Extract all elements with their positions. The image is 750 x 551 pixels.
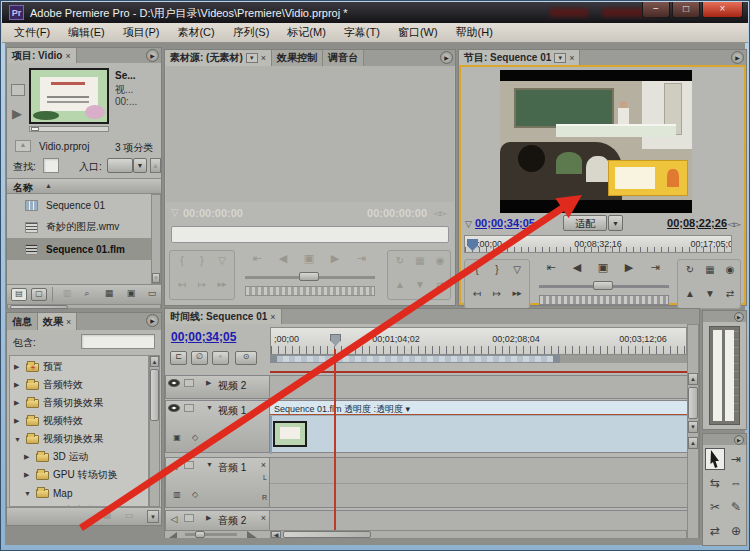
tab-effects[interactable]: 效果 × — [38, 313, 77, 330]
new-bin-icon[interactable]: ▦ — [101, 288, 117, 298]
export-frame-icon[interactable]: ⇄ — [720, 288, 740, 299]
play-in-out-icon[interactable]: ▸▸ — [507, 288, 527, 298]
preview-scrub-handle[interactable] — [31, 127, 39, 131]
step-forward-icon[interactable]: ▶ — [323, 252, 347, 265]
set-display-style-icon[interactable]: ▥ — [170, 490, 184, 499]
work-area-start-handle[interactable] — [270, 355, 277, 363]
entry-dropdown-icon[interactable]: ▼ — [133, 158, 147, 173]
set-out-icon[interactable]: } — [487, 264, 507, 275]
timeline-vscrollbar[interactable]: ▲ ▼ ▲ — [687, 324, 699, 539]
keyframe-icon[interactable]: ◇ — [188, 433, 202, 442]
output-icon[interactable]: ◉ — [720, 264, 740, 275]
track-select-tool[interactable]: ⇥ — [726, 448, 746, 470]
menu-clip[interactable]: 素材(C) — [168, 23, 223, 42]
scroll-left-icon[interactable]: ◀ — [271, 531, 281, 538]
tree-row-presets[interactable]: ▶ ✳ 预置 — [10, 358, 136, 376]
speaker-icon[interactable]: ◁ — [168, 461, 180, 471]
panel-menu-icon[interactable]: ▶ — [734, 312, 744, 322]
dropdown-icon[interactable]: ▼ — [554, 53, 566, 63]
play-icon[interactable]: ▣ — [297, 252, 321, 265]
scroll-down-icon[interactable]: ▼ — [147, 510, 159, 523]
menu-edit[interactable]: 编辑(E) — [59, 23, 114, 42]
scroll-up-icon[interactable]: ▲ — [688, 437, 698, 449]
delete-custom-item-icon[interactable]: ▭ — [121, 510, 137, 520]
lift-icon[interactable]: ▲ — [680, 288, 700, 299]
toggle-icon[interactable]: ⇄ — [430, 279, 450, 290]
name-column-header[interactable]: 名称 ▲ — [7, 178, 161, 194]
close-icon[interactable]: × — [65, 51, 70, 61]
track-content-audio1[interactable] — [270, 457, 687, 508]
expand-icon[interactable]: ▶ — [206, 514, 214, 522]
zoom-slider-handle[interactable] — [195, 531, 205, 538]
find-icon[interactable]: ⌕ — [79, 288, 95, 299]
track-output-eye-icon[interactable] — [168, 404, 180, 412]
selection-tool[interactable] — [705, 448, 725, 470]
pen-tool[interactable]: ✎ — [726, 496, 746, 518]
loop-icon[interactable]: ↻ — [390, 255, 410, 266]
source-scrub-bar[interactable] — [171, 226, 449, 243]
tree-row-3d-motion[interactable]: ▶ 3D 运动 — [10, 448, 136, 466]
maximize-button[interactable]: □ — [672, 2, 700, 18]
new-custom-bin-icon[interactable]: ▦ — [99, 510, 115, 520]
set-in-icon[interactable]: { — [172, 255, 192, 266]
step-back-icon[interactable]: ◀ — [271, 252, 295, 265]
list-view-icon[interactable]: ▤ — [11, 288, 27, 301]
expand-icon[interactable]: ▶ — [24, 471, 32, 479]
timeline-playhead-icon[interactable] — [330, 334, 341, 346]
close-icon[interactable]: × — [270, 312, 275, 322]
go-to-out-icon[interactable]: ⇥ — [349, 252, 373, 265]
tree-row-audio-effects[interactable]: ▶ 音频特效 — [10, 376, 136, 394]
track-content-audio2[interactable] — [270, 510, 687, 531]
tab-source[interactable]: 素材源: (无素材) ▼ × — [165, 50, 272, 66]
preview-scrub-bar[interactable] — [29, 126, 109, 132]
project-list-scrollbar[interactable]: ▼ — [151, 194, 161, 284]
jog-wheel[interactable] — [539, 295, 669, 305]
panel-menu-icon[interactable]: ▶ — [731, 51, 744, 64]
new-item-icon[interactable]: ▣ — [123, 288, 139, 298]
tab-audio-mixer[interactable]: 调音台 — [323, 50, 364, 66]
dropdown-icon[interactable]: ▼ — [246, 53, 258, 63]
extract-icon[interactable]: ▼ — [700, 288, 720, 299]
close-icon[interactable]: × — [569, 53, 574, 63]
expand-icon[interactable]: ▶ — [24, 453, 32, 461]
track-lock-box[interactable] — [184, 514, 194, 522]
track-lock-box[interactable] — [184, 379, 194, 387]
timeline-hscrollbar[interactable]: ◀ — [270, 530, 687, 539]
close-icon[interactable]: × — [261, 460, 266, 470]
menu-help[interactable]: 帮助(H) — [447, 23, 502, 42]
go-to-out-icon[interactable]: ↦ — [192, 279, 212, 290]
set-out-icon[interactable]: } — [192, 255, 212, 266]
step-back-icon[interactable]: ◀ — [565, 261, 589, 274]
tree-row-gpu-transitions[interactable]: ▶ GPU 转场切换 — [10, 466, 136, 484]
effects-scrollbar[interactable]: ▲ — [149, 355, 160, 507]
fit-dropdown-icon[interactable]: ▼ — [608, 215, 623, 231]
set-marker-icon[interactable]: ◦ — [212, 351, 229, 365]
list-item-selected[interactable]: Sequence 01.flm — [7, 238, 151, 260]
menu-window[interactable]: 窗口(W) — [389, 23, 447, 42]
track-output-eye-icon[interactable] — [168, 379, 180, 387]
jog-wheel[interactable] — [245, 286, 375, 296]
zoom-in-icon[interactable] — [247, 531, 257, 538]
poster-frame-icon[interactable] — [11, 84, 25, 96]
snap-icon[interactable]: ⊏ — [170, 351, 187, 365]
expand-icon[interactable]: ▶ — [14, 363, 22, 371]
collapse-icon[interactable]: ▼ — [24, 490, 32, 497]
tree-row-audio-transitions[interactable]: ▶ 音频切换效果 — [10, 394, 136, 412]
play-preview-icon[interactable]: ▶ — [12, 106, 22, 121]
panel-menu-icon[interactable]: ▶ — [146, 314, 159, 327]
timeline-hscroll-thumb[interactable] — [283, 531, 371, 538]
zoom-out-icon[interactable] — [169, 532, 177, 538]
minimize-button[interactable]: − — [642, 2, 670, 18]
program-ruler[interactable]: ;00;00 00;08;32;16 00;17;05;0 — [464, 235, 732, 253]
go-to-in-icon[interactable]: ⇤ — [245, 252, 269, 265]
timeline-current-timecode[interactable]: 00;00;34;05 — [171, 330, 236, 344]
list-scroll-up-icon[interactable]: ▲ — [150, 158, 161, 173]
expand-icon[interactable]: ▶ — [14, 399, 22, 407]
track-lock-box[interactable] — [184, 404, 194, 412]
collapse-icon[interactable]: ▼ — [206, 404, 214, 411]
tab-project[interactable]: 项目: Vidio × — [7, 48, 77, 63]
output-icon[interactable]: ◉ — [430, 255, 450, 266]
source-current-timecode[interactable]: 00:00:00:00 — [183, 207, 243, 219]
close-button[interactable]: × — [702, 2, 743, 18]
set-display-style-icon[interactable]: ▣ — [170, 433, 184, 442]
